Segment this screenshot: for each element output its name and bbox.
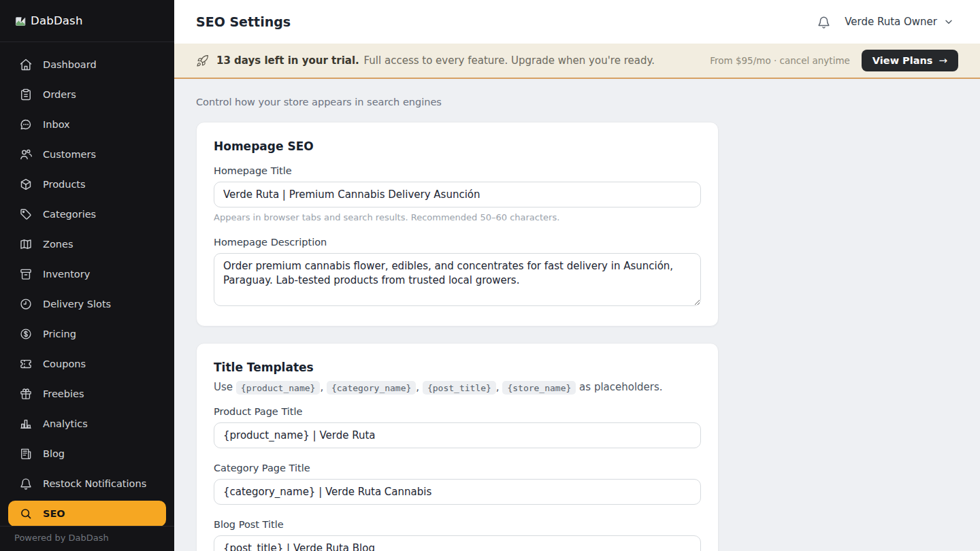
comma: ,: [496, 381, 500, 393]
bell-icon: [19, 477, 33, 490]
hint-prefix: Use: [214, 381, 233, 393]
newspaper-icon: [19, 447, 33, 461]
sidebar-item-label: Restock Notifications: [43, 478, 146, 489]
pricing-note: From $95/mo · cancel anytime: [710, 55, 850, 66]
house-icon: [19, 58, 33, 71]
comma: ,: [416, 381, 419, 393]
search-icon: [19, 507, 33, 520]
chevron-down-icon: [943, 16, 954, 27]
category-page-title-label: Category Page Title: [214, 463, 701, 473]
sidebar-item-label: Coupons: [43, 358, 86, 369]
sidebar-item-orders[interactable]: Orders: [8, 82, 166, 107]
map-icon: [19, 237, 33, 251]
token-post-title: {post_title}: [423, 381, 496, 395]
blog-post-title-input[interactable]: [214, 535, 701, 551]
page-description: Control how your store appears in search…: [196, 97, 958, 107]
sidebar-item-zones[interactable]: Zones: [8, 231, 166, 257]
trial-banner-text: 13 days left in your trial. Full access …: [196, 54, 655, 67]
title-templates-card: Title Templates Use {product_name}, {cat…: [196, 343, 719, 551]
sidebar-item-label: Products: [43, 179, 86, 190]
card-title: Title Templates: [214, 361, 701, 374]
sidebar-nav: Dashboard Orders Inbox Customers Product…: [0, 42, 174, 526]
homepage-description-textarea[interactable]: Order premium cannabis flower, edibles, …: [214, 253, 701, 306]
bell-icon: [817, 15, 831, 29]
token-store-name: {store_name}: [502, 381, 576, 395]
sidebar-item-analytics[interactable]: Analytics: [8, 411, 166, 437]
content: Control how your store appears in search…: [174, 79, 980, 551]
sidebar-item-coupons[interactable]: Coupons: [8, 351, 166, 377]
sidebar-item-label: Orders: [43, 89, 76, 100]
sidebar-item-categories[interactable]: Categories: [8, 201, 166, 227]
trial-banner: 13 days left in your trial. Full access …: [174, 44, 980, 79]
clipboard-icon: [19, 88, 33, 101]
cube-icon: [19, 178, 33, 191]
user-menu-button[interactable]: Verde Ruta Owner: [840, 15, 958, 29]
logo: DabDash: [0, 0, 174, 42]
homepage-title-label: Homepage Title: [214, 165, 701, 176]
sidebar-item-label: SEO: [43, 508, 65, 519]
dollar-circle-icon: [19, 327, 33, 341]
page-title: SEO Settings: [196, 14, 291, 29]
trial-banner-actions: From $95/mo · cancel anytime View Plans …: [710, 50, 958, 71]
sidebar-item-label: Freebies: [43, 388, 84, 399]
token-product-name: {product_name}: [236, 381, 321, 395]
sidebar-item-dashboard[interactable]: Dashboard: [8, 52, 166, 78]
powered-by: Powered by DabDash: [0, 526, 174, 551]
homepage-seo-card: Homepage SEO Homepage Title Appears in b…: [196, 122, 719, 327]
arrow-right-icon: →: [938, 56, 947, 66]
hint-suffix: as placeholders.: [579, 381, 662, 393]
user-area: Verde Ruta Owner: [817, 15, 958, 29]
bar-chart-icon: [19, 417, 33, 431]
sidebar-item-blog[interactable]: Blog: [8, 441, 166, 467]
homepage-description-label: Homepage Description: [214, 237, 701, 248]
category-page-title-input[interactable]: [214, 479, 701, 505]
ticket-icon: [19, 357, 33, 371]
sidebar-item-delivery-slots[interactable]: Delivery Slots: [8, 291, 166, 317]
gift-icon: [19, 387, 33, 401]
tag-icon: [19, 207, 33, 221]
sidebar-item-label: Zones: [43, 239, 73, 250]
users-icon: [19, 148, 33, 161]
sidebar-item-seo[interactable]: SEO: [8, 501, 166, 526]
homepage-title-input[interactable]: [214, 182, 701, 207]
rocket-icon: [196, 54, 209, 67]
blog-post-title-label: Blog Post Title: [214, 519, 701, 530]
sidebar-item-label: Blog: [43, 448, 65, 459]
sidebar-item-pricing[interactable]: Pricing: [8, 321, 166, 347]
view-plans-label: View Plans: [872, 55, 933, 66]
sidebar-item-products[interactable]: Products: [8, 171, 166, 197]
chat-bubble-icon: [19, 118, 33, 131]
sidebar-item-label: Categories: [43, 209, 96, 220]
notifications-button[interactable]: [817, 15, 831, 29]
clock-icon: [19, 297, 33, 311]
sidebar-item-restock-notifications[interactable]: Restock Notifications: [8, 471, 166, 497]
broken-image-icon: [14, 15, 27, 28]
card-title: Homepage SEO: [214, 139, 701, 153]
product-page-title-input[interactable]: [214, 422, 701, 448]
placeholders-hint: Use {product_name}, {category_name}, {po…: [214, 381, 701, 393]
trial-message: Full access to every feature. Upgrade wh…: [364, 54, 655, 67]
sidebar-item-customers[interactable]: Customers: [8, 141, 166, 167]
sidebar-item-inventory[interactable]: Inventory: [8, 261, 166, 287]
comma: ,: [320, 381, 323, 393]
sidebar-item-label: Inventory: [43, 269, 90, 280]
trial-days-left: 13 days left in your trial.: [216, 54, 359, 67]
token-category-name: {category_name}: [327, 381, 416, 395]
sidebar-item-label: Customers: [43, 149, 96, 160]
sidebar-item-inbox[interactable]: Inbox: [8, 112, 166, 137]
main-area: SEO Settings Verde Ruta Owner 13 days le…: [174, 0, 980, 551]
sidebar-item-label: Dashboard: [43, 59, 97, 70]
sidebar-item-freebies[interactable]: Freebies: [8, 381, 166, 407]
sidebar-item-label: Inbox: [43, 119, 70, 130]
sidebar: DabDash Dashboard Orders Inbox Customers: [0, 0, 174, 551]
sidebar-item-label: Pricing: [43, 329, 76, 339]
archive-box-icon: [19, 267, 33, 281]
sidebar-item-label: Analytics: [43, 418, 88, 429]
app-name: DabDash: [31, 14, 83, 27]
topbar: SEO Settings Verde Ruta Owner: [174, 0, 980, 44]
user-menu-label: Verde Ruta Owner: [845, 16, 937, 28]
product-page-title-label: Product Page Title: [214, 406, 701, 417]
sidebar-item-label: Delivery Slots: [43, 299, 111, 310]
view-plans-button[interactable]: View Plans →: [862, 50, 958, 71]
homepage-title-helper: Appears in browser tabs and search resul…: [214, 212, 701, 222]
